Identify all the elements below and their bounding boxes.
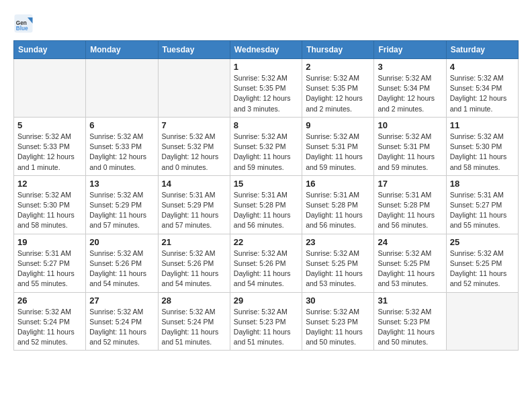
day-info: Sunrise: 5:32 AM Sunset: 5:26 PM Dayligh… — [234, 248, 298, 289]
calendar-cell: 29Sunrise: 5:32 AM Sunset: 5:23 PM Dayli… — [230, 292, 302, 351]
calendar-cell: 14Sunrise: 5:31 AM Sunset: 5:29 PM Dayli… — [158, 175, 230, 234]
day-info: Sunrise: 5:32 AM Sunset: 5:34 PM Dayligh… — [450, 73, 515, 114]
col-header-wednesday: Wednesday — [230, 41, 302, 59]
calendar-cell: 11Sunrise: 5:32 AM Sunset: 5:30 PM Dayli… — [446, 117, 518, 175]
calendar-week-3: 12Sunrise: 5:32 AM Sunset: 5:30 PM Dayli… — [14, 175, 519, 234]
page: Gen Blue SundayMondayTuesdayWednesdayThu… — [0, 0, 532, 357]
day-number: 30 — [306, 295, 370, 306]
calendar-cell: 15Sunrise: 5:31 AM Sunset: 5:28 PM Dayli… — [230, 175, 302, 234]
day-number: 29 — [234, 295, 298, 306]
col-header-sunday: Sunday — [14, 41, 86, 59]
calendar-week-1: 1Sunrise: 5:32 AM Sunset: 5:35 PM Daylig… — [14, 59, 519, 118]
day-number: 31 — [378, 295, 442, 306]
day-number: 5 — [17, 120, 82, 130]
col-header-friday: Friday — [374, 41, 446, 59]
day-info: Sunrise: 5:32 AM Sunset: 5:29 PM Dayligh… — [89, 190, 154, 231]
calendar-cell: 10Sunrise: 5:32 AM Sunset: 5:31 PM Dayli… — [374, 117, 446, 175]
day-info: Sunrise: 5:32 AM Sunset: 5:31 PM Dayligh… — [378, 132, 442, 173]
calendar-cell: 8Sunrise: 5:32 AM Sunset: 5:32 PM Daylig… — [230, 117, 302, 175]
calendar-cell: 27Sunrise: 5:32 AM Sunset: 5:24 PM Dayli… — [86, 292, 158, 351]
day-info: Sunrise: 5:32 AM Sunset: 5:25 PM Dayligh… — [450, 248, 515, 289]
col-header-thursday: Thursday — [302, 41, 374, 59]
calendar-cell: 28Sunrise: 5:32 AM Sunset: 5:24 PM Dayli… — [158, 292, 230, 351]
day-info: Sunrise: 5:31 AM Sunset: 5:28 PM Dayligh… — [234, 190, 298, 231]
col-header-saturday: Saturday — [446, 41, 518, 59]
calendar-cell: 31Sunrise: 5:32 AM Sunset: 5:23 PM Dayli… — [374, 292, 446, 351]
day-info: Sunrise: 5:32 AM Sunset: 5:30 PM Dayligh… — [17, 190, 82, 231]
day-number: 10 — [378, 120, 442, 130]
calendar-week-5: 26Sunrise: 5:32 AM Sunset: 5:24 PM Dayli… — [14, 292, 519, 351]
svg-text:Blue: Blue — [16, 26, 28, 32]
day-info: Sunrise: 5:31 AM Sunset: 5:29 PM Dayligh… — [162, 190, 226, 231]
calendar-cell: 9Sunrise: 5:32 AM Sunset: 5:31 PM Daylig… — [302, 117, 374, 175]
calendar-cell: 5Sunrise: 5:32 AM Sunset: 5:33 PM Daylig… — [14, 117, 86, 175]
calendar-cell — [446, 292, 518, 351]
day-number: 1 — [234, 62, 298, 72]
day-number: 23 — [306, 237, 370, 247]
day-info: Sunrise: 5:32 AM Sunset: 5:26 PM Dayligh… — [162, 248, 226, 289]
day-number: 25 — [450, 237, 515, 247]
day-number: 20 — [89, 237, 154, 247]
day-number: 16 — [306, 179, 370, 189]
day-number: 19 — [17, 237, 82, 247]
calendar-cell — [86, 59, 158, 118]
day-number: 8 — [234, 120, 298, 130]
day-info: Sunrise: 5:32 AM Sunset: 5:35 PM Dayligh… — [306, 73, 370, 114]
calendar-week-4: 19Sunrise: 5:31 AM Sunset: 5:27 PM Dayli… — [14, 234, 519, 292]
day-number: 13 — [89, 179, 154, 189]
day-info: Sunrise: 5:31 AM Sunset: 5:28 PM Dayligh… — [306, 190, 370, 231]
calendar-cell: 18Sunrise: 5:31 AM Sunset: 5:27 PM Dayli… — [446, 175, 518, 234]
day-number: 12 — [17, 179, 82, 189]
day-info: Sunrise: 5:32 AM Sunset: 5:33 PM Dayligh… — [17, 132, 82, 173]
calendar-cell — [158, 59, 230, 118]
calendar-cell: 7Sunrise: 5:32 AM Sunset: 5:32 PM Daylig… — [158, 117, 230, 175]
day-number: 21 — [162, 237, 226, 247]
day-number: 24 — [378, 237, 442, 247]
header: Gen Blue — [13, 13, 519, 34]
day-number: 6 — [89, 120, 154, 130]
calendar-cell: 4Sunrise: 5:32 AM Sunset: 5:34 PM Daylig… — [446, 59, 518, 118]
day-number: 27 — [89, 295, 154, 306]
day-number: 15 — [234, 179, 298, 189]
calendar-week-2: 5Sunrise: 5:32 AM Sunset: 5:33 PM Daylig… — [14, 117, 519, 175]
calendar-cell: 17Sunrise: 5:31 AM Sunset: 5:28 PM Dayli… — [374, 175, 446, 234]
calendar-cell: 6Sunrise: 5:32 AM Sunset: 5:33 PM Daylig… — [86, 117, 158, 175]
day-number: 26 — [17, 295, 82, 306]
calendar-cell: 12Sunrise: 5:32 AM Sunset: 5:30 PM Dayli… — [14, 175, 86, 234]
calendar-cell: 1Sunrise: 5:32 AM Sunset: 5:35 PM Daylig… — [230, 59, 302, 118]
calendar-cell: 21Sunrise: 5:32 AM Sunset: 5:26 PM Dayli… — [158, 234, 230, 292]
calendar-cell: 2Sunrise: 5:32 AM Sunset: 5:35 PM Daylig… — [302, 59, 374, 118]
calendar-header-row: SundayMondayTuesdayWednesdayThursdayFrid… — [14, 41, 519, 59]
calendar-cell: 26Sunrise: 5:32 AM Sunset: 5:24 PM Dayli… — [14, 292, 86, 351]
col-header-tuesday: Tuesday — [158, 41, 230, 59]
calendar: SundayMondayTuesdayWednesdayThursdayFrid… — [13, 40, 519, 351]
logo: Gen Blue — [13, 13, 38, 34]
day-number: 14 — [162, 179, 226, 189]
day-number: 7 — [162, 120, 226, 130]
day-info: Sunrise: 5:32 AM Sunset: 5:34 PM Dayligh… — [378, 73, 442, 114]
day-number: 17 — [378, 179, 442, 189]
day-info: Sunrise: 5:32 AM Sunset: 5:25 PM Dayligh… — [306, 248, 370, 289]
day-info: Sunrise: 5:32 AM Sunset: 5:32 PM Dayligh… — [162, 132, 226, 173]
day-info: Sunrise: 5:31 AM Sunset: 5:27 PM Dayligh… — [17, 248, 82, 289]
day-number: 18 — [450, 179, 515, 189]
calendar-cell: 25Sunrise: 5:32 AM Sunset: 5:25 PM Dayli… — [446, 234, 518, 292]
day-info: Sunrise: 5:32 AM Sunset: 5:33 PM Dayligh… — [89, 132, 154, 173]
day-info: Sunrise: 5:32 AM Sunset: 5:24 PM Dayligh… — [17, 307, 82, 348]
day-number: 22 — [234, 237, 298, 247]
day-info: Sunrise: 5:32 AM Sunset: 5:23 PM Dayligh… — [306, 307, 370, 348]
calendar-cell: 13Sunrise: 5:32 AM Sunset: 5:29 PM Dayli… — [86, 175, 158, 234]
day-info: Sunrise: 5:32 AM Sunset: 5:35 PM Dayligh… — [234, 73, 298, 114]
day-info: Sunrise: 5:32 AM Sunset: 5:23 PM Dayligh… — [378, 307, 442, 348]
day-number: 28 — [162, 295, 226, 306]
calendar-cell: 20Sunrise: 5:32 AM Sunset: 5:26 PM Dayli… — [86, 234, 158, 292]
day-number: 3 — [378, 62, 442, 72]
col-header-monday: Monday — [86, 41, 158, 59]
day-number: 2 — [306, 62, 370, 72]
day-info: Sunrise: 5:32 AM Sunset: 5:26 PM Dayligh… — [89, 248, 154, 289]
calendar-cell: 16Sunrise: 5:31 AM Sunset: 5:28 PM Dayli… — [302, 175, 374, 234]
logo-icon: Gen Blue — [13, 13, 34, 34]
calendar-cell — [14, 59, 86, 118]
day-info: Sunrise: 5:32 AM Sunset: 5:24 PM Dayligh… — [89, 307, 154, 348]
day-info: Sunrise: 5:32 AM Sunset: 5:32 PM Dayligh… — [234, 132, 298, 173]
